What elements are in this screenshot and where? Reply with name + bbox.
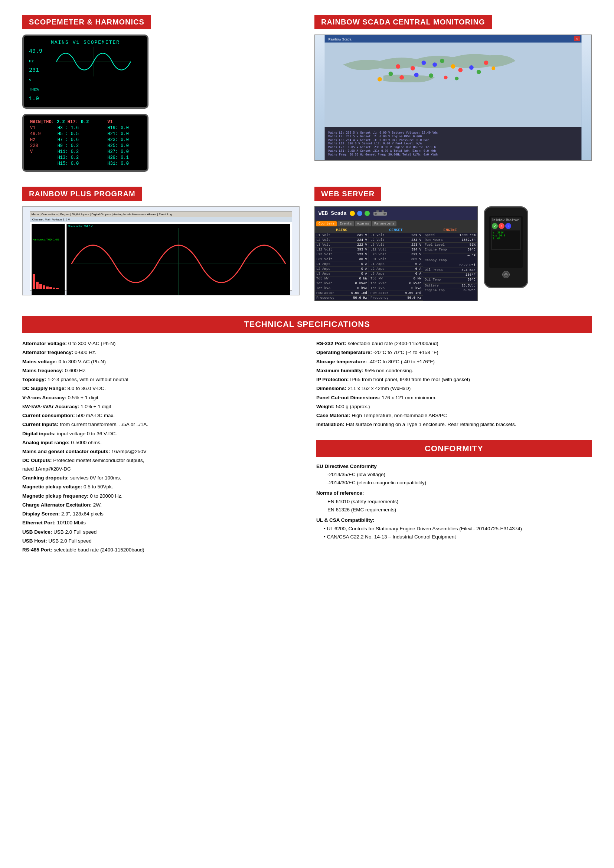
wsp-mains-l31: L31 Volt30 V — [315, 257, 369, 262]
bar-2 — [36, 282, 39, 289]
phone-home-icon — [504, 273, 508, 276]
scada-header: RAINBOW SCADA CENTRAL MONITORING — [315, 15, 592, 34]
wsp-header: WEB Scada — [315, 207, 478, 220]
scopemeter-section: SCOPEMETER & HARMONICS MAINS V1 SCOPEMET… — [22, 15, 299, 172]
bar-4 — [43, 285, 45, 289]
scopemeter-panel: MAINS V1 SCOPEMETER 49.9Hz 231V THD%1.9 — [22, 34, 149, 109]
wsp-tabs: Counters Events Alarms Parameters — [315, 220, 478, 228]
svg-text:Rainbow Scada: Rainbow Scada — [329, 37, 352, 41]
wsp-mains-kvar: Tot kVAr0 kVAr — [315, 281, 369, 286]
bar-7 — [53, 288, 55, 289]
wsp-gen-pf: PowFactor0.00 Ind — [369, 291, 423, 296]
wsp-icons — [350, 211, 370, 216]
wsp-panel-title: WEB Scada — [318, 211, 347, 216]
ul-item-1: • UL 6200, Controls for Stationary Engin… — [316, 525, 592, 533]
rpp-panel: Menu | Connections | Engine | Digital In… — [22, 206, 299, 295]
harm-h3: H3 : 1.6 — [56, 125, 107, 131]
spec-topology: Topology: 1-2-3 phases, with or without … — [22, 375, 298, 384]
spec-stor-temp: Storage temperature: -40°C to 80°C (-40 … — [316, 358, 592, 366]
wsp-col-mains: MAINS L1 Volt231 V L2 Volt224 V L3 Volt2… — [315, 228, 369, 301]
wsp-eng-oilpsi: 53.2 Psi — [423, 263, 477, 268]
rpp-title: RAINBOW PLUS PROGRAM — [22, 187, 142, 201]
second-row: RAINBOW PLUS PROGRAM Menu | Connections … — [22, 187, 592, 301]
scada-map-svg: Rainbow Scada × — [315, 35, 591, 160]
wsp-mains-l1a: L1 Amps0 A — [315, 262, 369, 267]
rpp-section: RAINBOW PLUS PROGRAM Menu | Connections … — [22, 187, 299, 301]
spec-ethernet: Ethernet Port: 10/100 Mbits — [22, 519, 298, 527]
specs-grid: Alternator voltage: 0 to 300 V-AC (Ph-N)… — [22, 339, 592, 555]
phone-data-text: V: 231V Hz: 50.0 I: 0A — [492, 231, 520, 241]
rpp-scope-label: Scopemeter: 284.0 V — [67, 224, 290, 228]
norm-1: EN 61010 (safety requirements) — [316, 498, 592, 506]
specs-left-col: Alternator voltage: 0 to 300 V-AC (Ph-N)… — [22, 339, 298, 555]
wsp-generator-icon — [373, 209, 388, 218]
wsp-eng-oildegf: 156°F — [423, 273, 477, 277]
svg-point-22 — [477, 70, 481, 74]
spec-mag-freq: Magnetic pickup frequency: 0 to 20000 Hz… — [22, 492, 298, 500]
phone-btn-row — [502, 271, 510, 278]
ul-item-2: • CAN/CSA C22.2 No. 14-13 – Industrial C… — [316, 533, 592, 541]
eu-title: EU Directives Conformity — [316, 462, 592, 471]
wsp-data-table: MAINS L1 Volt231 V L2 Volt224 V L3 Volt2… — [315, 228, 478, 301]
scada-screenshot: Rainbow Scada × — [315, 34, 592, 161]
harmonics-panel: MAIN|THD: 2.2 H17: 0.2 V1 V1 H3 : 1.6 H1… — [22, 114, 149, 172]
spec-alt-freq: Alternator frequency: 0-600 Hz. — [22, 349, 298, 356]
svg-point-9 — [396, 64, 400, 69]
harm-v1-label: V1 — [106, 119, 136, 125]
wsp-mains-kw: Tot kW0 kW — [315, 276, 369, 281]
freq-unit: Hz — [29, 59, 34, 64]
wsp-gen-l12: L12 Volt394 V — [369, 248, 423, 252]
wsp-tab-counters[interactable]: Counters — [316, 221, 337, 226]
harm-h27: H27: 0.0 — [106, 149, 136, 155]
wsp-eng-degf: — °F — [423, 253, 477, 258]
tech-specs-header: TECHNICAL SPECIFICATIONS — [22, 316, 592, 333]
spec-curr-cons: Current consumption: 500 mA-DC max. — [22, 412, 298, 420]
spec-op-temp: Operating temperature: -20°C to 70°C (-4… — [316, 349, 592, 356]
svg-text:Mains L1: 262.5 V    Genset L1: Mains L1: 262.5 V Genset L1: 0.00 V Batt… — [329, 131, 438, 134]
harm-chart-label: Harmonics: THD=1.6% — [33, 238, 59, 241]
spec-dims: Dimensions: 211 x 162 x 42mm (WxHxD) — [316, 384, 592, 393]
svg-point-41 — [375, 212, 377, 215]
phone-status-green: ✓ — [492, 223, 498, 229]
scada-title: RAINBOW SCADA CENTRAL MONITORING — [315, 15, 492, 29]
rpp-inner: Menu | Connections | Engine | Digital In… — [30, 211, 293, 291]
harm-h9: H9 : 0.2 — [56, 143, 107, 149]
svg-point-26 — [455, 77, 459, 81]
svg-point-15 — [389, 71, 393, 76]
svg-point-13 — [440, 59, 444, 63]
harm-49hz: 49.9 — [29, 131, 56, 137]
wsp-gen-l23: L23 Volt391 V — [369, 252, 423, 257]
wsp-tab-events[interactable]: Events — [338, 221, 354, 226]
spec-analog-range: Analog input range: 0-5000 ohms. — [22, 439, 298, 447]
svg-point-14 — [451, 64, 456, 69]
spec-cutout: Panel Cut-out Dimensions: 176 x 121 mm m… — [316, 394, 592, 402]
spec-usb-host: USB Host: USB 2.0 Full speed — [22, 537, 298, 545]
wsp-gen-freq: Frequency50.0 Hz — [369, 296, 423, 301]
svg-rect-4 — [325, 35, 582, 43]
webserver-content-row: WEB Scada — [315, 206, 592, 301]
phone-status-row: ✓ ! i — [492, 223, 520, 229]
harmonics-table: MAIN|THD: 2.2 H17: 0.2 V1 V1 H3 : 1.6 H1… — [29, 119, 142, 167]
rpp-toolbar: Menu | Connections | Engine | Digital In… — [30, 212, 292, 217]
spec-dig-inp: Digital inputs: input voltage 0 to 36 V-… — [22, 430, 298, 438]
phone-home-btn[interactable] — [502, 271, 510, 278]
wsp-eng-oiltemp: Oil Temp69°C — [423, 277, 477, 282]
thd-label: THD% — [29, 87, 39, 91]
spec-mains-freq: Mains frequency: 0-600 Hz. — [22, 367, 298, 375]
spec-install: Installation: Flat surface mounting on a… — [316, 420, 592, 429]
bar-5 — [46, 287, 49, 289]
harm-bars-container — [33, 267, 59, 289]
harm-h23: H23: 0.0 — [106, 137, 136, 143]
spec-rs232: RS-232 Port: selectable baud rate (2400-… — [316, 339, 592, 348]
svg-text:Mains L2: 262.5 V    Genset L2: Mains L2: 262.5 V Genset L2: 0.00 V Engi… — [329, 135, 422, 138]
svg-point-20 — [458, 68, 462, 72]
spec-case: Case Material: High Temperature, non-fla… — [316, 412, 592, 420]
svg-point-42 — [383, 212, 386, 215]
ul-title: UL & CSA Compatibility: — [316, 516, 592, 524]
rpp-bar-chart: Harmonics: THD=1.6% — [31, 224, 65, 295]
wsp-tab-alarms[interactable]: Alarms — [355, 221, 371, 226]
svg-point-11 — [422, 60, 426, 65]
norm-2: EN 61326 (EMC requirements) — [316, 506, 592, 514]
wsp-tab-parameters[interactable]: Parameters — [372, 221, 397, 226]
spec-dc-range: DC Supply Range: 8.0 to 36.0 V-DC. — [22, 384, 298, 393]
